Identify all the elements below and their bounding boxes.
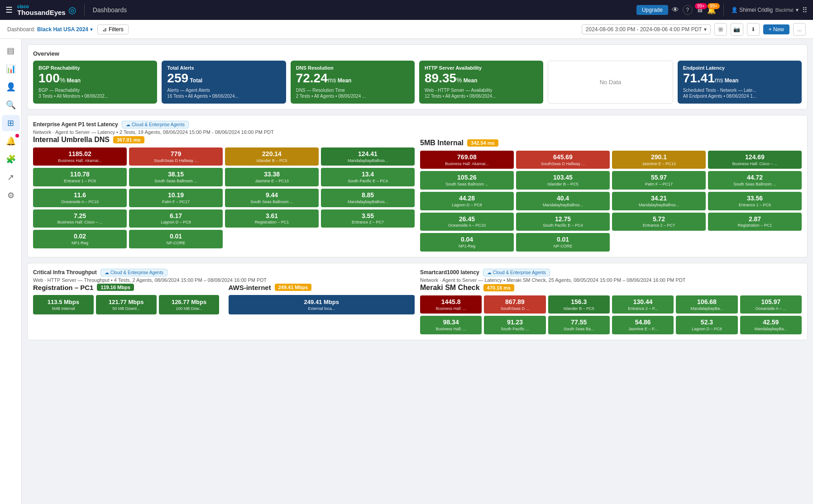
metric-cell-13[interactable]: 12.75 South Pacific E – PC4: [516, 213, 610, 231]
chevron-down-icon[interactable]: ▾: [90, 26, 93, 33]
metric-val: 220.14: [229, 150, 315, 158]
metric-lbl: SouthSeas D Hallway ...: [133, 158, 219, 163]
metric-cell-4[interactable]: 105.26 South Seas Ballroom ...: [420, 171, 514, 190]
grid-view-button[interactable]: ⊞: [714, 23, 727, 36]
tput-col1-card-1[interactable]: 121.77 Mbps50 MB Downl...: [96, 295, 157, 314]
metric-cell-17[interactable]: 0.01 NP-CORE: [129, 230, 223, 248]
user-menu[interactable]: 👤 Shimei Cridlig BlackHat ▾: [731, 7, 799, 13]
enterprise-p1-badge: 367.01 ms: [113, 136, 144, 143]
menu-icon[interactable]: ☰: [5, 5, 13, 15]
tput-col1-card-2[interactable]: 126.77 Mbps100 MB Dow...: [159, 295, 220, 314]
tput-col2-card-0[interactable]: 249.41 MbpsExternal loca...: [229, 295, 415, 314]
camera-button[interactable]: 📷: [731, 23, 743, 36]
smartcard-cell-9[interactable]: 54.86 Jasmine E – P...: [612, 316, 674, 334]
metric-cell-12[interactable]: 7.25 Business Hall: Cisco – ...: [33, 209, 127, 228]
smartcard-cell-3[interactable]: 130.44 Entrance 2 – P...: [612, 295, 674, 314]
help-icon[interactable]: ?: [683, 5, 693, 15]
metric-cell-2[interactable]: 290.1 Jasmine E – PC13: [612, 151, 706, 169]
time-range-selector[interactable]: 2024-08-06 3:00 PM - 2024-08-06 4:00 PM …: [582, 24, 711, 34]
filter-button[interactable]: ⊿ Filters: [97, 24, 129, 34]
metric-cell-12[interactable]: 26.45 Oceanside A – PC10: [420, 213, 514, 231]
metric-cell-9[interactable]: 10.19 Palm F – PC17: [129, 189, 223, 207]
monitor-icon[interactable]: 🖥 99+: [696, 6, 703, 14]
metric-lbl: South Seas Ballroom ...: [712, 182, 798, 187]
smartcard-val: 106.68: [679, 298, 734, 306]
overview-card-1[interactable]: Total Alerts 259 Total Alerts — Agent Al…: [162, 61, 286, 104]
metric-cell-14[interactable]: 5.72 Entrance 2 – PC7: [612, 213, 706, 231]
smartcard-cell-0[interactable]: 1445.8 Business Hall: ...: [420, 295, 482, 314]
smartcard-cell-10[interactable]: 52.3 Lagoon D – PC8: [676, 316, 737, 334]
filter-icon: ⊿: [102, 26, 107, 33]
tput-lbl: 50 MB Downl...: [100, 306, 152, 311]
overview-card-2[interactable]: DNS Resolution 72.24ms Mean DNS — Resolu…: [291, 61, 415, 104]
upgrade-button[interactable]: Upgrade: [636, 5, 668, 15]
grid-icon[interactable]: ⠿: [802, 6, 808, 14]
new-button[interactable]: + New: [763, 24, 789, 34]
smartcard-title: Smartcard1000 latency: [420, 269, 479, 276]
metric-val: 3.55: [325, 212, 411, 220]
metric-cell-16[interactable]: 0.02 NP1-Reg: [33, 230, 127, 248]
metric-cell-4[interactable]: 110.78 Entrance 1 – PC6: [33, 168, 127, 186]
metric-cell-8[interactable]: 44.28 Lagoon D – PC8: [420, 192, 514, 210]
metric-cell-3[interactable]: 124.41 MandalaybayBallroo...: [321, 147, 415, 166]
metric-cell-8[interactable]: 11.6 Oceanside A – PC10: [33, 189, 127, 207]
overview-card-3[interactable]: HTTP Server Availability 89.35% Mean Web…: [419, 61, 543, 104]
smartcard-cell-7[interactable]: 91.23 South Pacific ...: [484, 316, 545, 334]
metric-cell-2[interactable]: 220.14 Islander B – PC5: [225, 147, 319, 166]
sidebar-item-users[interactable]: 👤: [2, 79, 20, 95]
sidebar-item-menu[interactable]: ▤: [2, 43, 20, 59]
metric-lbl: NP1-Reg: [37, 241, 123, 246]
metric-cell-13[interactable]: 6.17 Lagoon D – PC8: [129, 209, 223, 228]
metric-cell-7[interactable]: 13.4 South Pacific E – PC4: [321, 168, 415, 186]
metric-cell-10[interactable]: 34.21 MandalaybayBallroo...: [612, 192, 706, 210]
metric-cell-5[interactable]: 38.15 South Seas Ballroom ...: [129, 168, 223, 186]
metric-cell-15[interactable]: 3.55 Entrance 2 – PC7: [321, 209, 415, 228]
metric-cell-5[interactable]: 103.45 Islander B – PC5: [516, 171, 610, 190]
smartcard-title-row: Meraki SM Check 470.16 ms: [420, 284, 802, 292]
smartcard-cell-5[interactable]: 105.97 Oceanside A – ...: [740, 295, 802, 314]
metric-cell-6[interactable]: 55.97 Palm F – PC17: [612, 171, 706, 190]
smartcard-cell-2[interactable]: 156.3 Islander B – PC5: [548, 295, 610, 314]
metric-cell-11[interactable]: 33.56 Entrance 1 – PC6: [708, 192, 802, 210]
overview-card-4[interactable]: No Data: [548, 61, 673, 104]
sidebar-item-search[interactable]: 🔍: [2, 97, 20, 113]
dashboard-value[interactable]: Black Hat USA 2024: [37, 26, 88, 33]
smartcard-lbl: Oceanside A – ...: [744, 306, 798, 311]
metric-cell-1[interactable]: 645.69 SouthSeas D Hallway ...: [516, 151, 610, 169]
smartcard-cell-6[interactable]: 98.34 Business Hall: ...: [420, 316, 482, 334]
metric-cell-17[interactable]: 0.01 NP-CORE: [516, 233, 610, 252]
metric-cell-11[interactable]: 8.85 MandalaybayBallroo...: [321, 189, 415, 207]
sidebar-item-reports[interactable]: 📊: [2, 61, 20, 77]
sidebar-item-share[interactable]: ↗: [2, 169, 20, 185]
smartcard-cell-8[interactable]: 77.55 South Seas Ba...: [548, 316, 610, 334]
metric-cell-16[interactable]: 0.04 NP1-Reg: [420, 233, 514, 252]
metric-cell-15[interactable]: 2.87 Registration – PC1: [708, 213, 802, 231]
metric-cell-10[interactable]: 9.44 South Seas Ballroom ...: [225, 189, 319, 207]
sidebar-item-integrations[interactable]: 🧩: [2, 151, 20, 167]
metric-cell-0[interactable]: 769.08 Business Hall: Akamai...: [420, 151, 514, 169]
overview-card-0[interactable]: BGP Reachability 100% Mean BGP — Reachab…: [33, 61, 157, 104]
sidebar-item-alerts[interactable]: 🔔: [2, 133, 20, 149]
sidebar-item-settings[interactable]: ⚙: [2, 187, 20, 204]
tput-val: 126.77 Mbps: [163, 299, 215, 305]
metric-cell-1[interactable]: 779 SouthSeas D Hallway ...: [129, 147, 223, 166]
metric-cell-3[interactable]: 124.69 Business Hall: Cisco – ...: [708, 151, 802, 169]
more-button[interactable]: ...: [793, 23, 806, 36]
smartcard-val: 77.55: [552, 319, 606, 326]
smartcard-cell-11[interactable]: 42.59 MandalaybayBa...: [740, 316, 802, 334]
smartcard-cell-1[interactable]: 867.89 SouthSeas D ...: [484, 295, 545, 314]
metric-cell-9[interactable]: 40.4 MandalaybayBallroo...: [516, 192, 610, 210]
sidebar-item-dashboards[interactable]: ⊞: [2, 115, 20, 131]
bell-icon[interactable]: 🔔 99+: [707, 6, 716, 14]
overview-cards: BGP Reachability 100% Mean BGP — Reachab…: [33, 61, 802, 104]
eye-icon[interactable]: 👁: [672, 6, 679, 14]
smartcard-cell-4[interactable]: 106.68 MandalaybayBa...: [676, 295, 737, 314]
metric-cell-6[interactable]: 33.38 Jasmine E – PC13: [225, 168, 319, 186]
metric-cell-0[interactable]: 1185.02 Business Hall: Akamai...: [33, 147, 127, 166]
overview-card-5[interactable]: Endpoint Latency 71.41ms Mean Scheduled …: [678, 61, 802, 104]
metric-lbl: Islander B – PC5: [229, 158, 315, 163]
tput-col1-card-0[interactable]: 113.5 Mbps5MB Internal: [33, 295, 94, 314]
metric-cell-14[interactable]: 3.61 Registration – PC1: [225, 209, 319, 228]
metric-cell-7[interactable]: 44.72 South Seas Ballroom ...: [708, 171, 802, 190]
download-button[interactable]: ⬇: [747, 23, 760, 36]
